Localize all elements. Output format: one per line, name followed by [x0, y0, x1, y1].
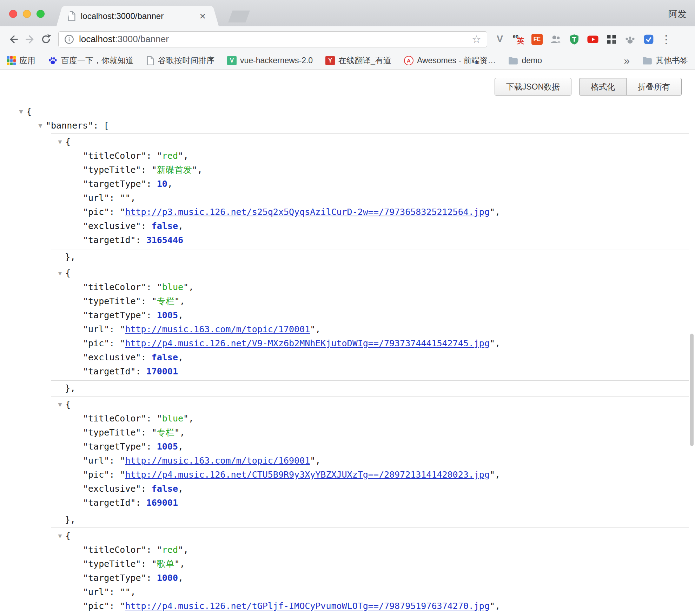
- json-punctuation: :: [109, 601, 120, 611]
- shield-t-extension-icon[interactable]: [568, 33, 581, 46]
- json-link[interactable]: http://p4.music.126.net/V9-MXz6b2MNhEKju…: [125, 338, 490, 348]
- json-line: "titleColor": "red",: [51, 543, 689, 557]
- bookmark-demo-folder[interactable]: demo: [508, 56, 542, 65]
- json-key: "targetType": [83, 573, 146, 583]
- json-boolean: false: [152, 484, 178, 494]
- json-line: ▼{: [51, 529, 689, 543]
- json-key: "banners": [46, 120, 93, 131]
- json-quote: ": [120, 470, 125, 480]
- apps-grid-icon: [7, 56, 16, 65]
- bookmark-star-icon[interactable]: ☆: [472, 34, 481, 45]
- bookmark-google-sort[interactable]: 谷歌按时间排序: [146, 55, 214, 66]
- collapse-triangle-icon[interactable]: ▼: [16, 105, 26, 119]
- collapse-triangle-icon[interactable]: ▼: [55, 529, 65, 543]
- json-punctuation: ,: [178, 441, 183, 452]
- address-bar[interactable]: localhost:3000/banner ☆: [58, 31, 487, 47]
- bookmarks-overflow-icon[interactable]: »: [624, 55, 630, 67]
- json-punctuation: :: [109, 338, 120, 348]
- json-punctuation: :: [141, 352, 152, 362]
- minimize-window-button[interactable]: [23, 10, 31, 18]
- close-window-button[interactable]: [9, 10, 17, 18]
- other-bookmarks[interactable]: 其他书签: [642, 55, 688, 66]
- bookmark-awesomes[interactable]: A Awesomes - 前端资…: [404, 55, 496, 66]
- extension-icons: V en 英 FE: [494, 33, 655, 46]
- json-key: "url": [83, 324, 109, 334]
- json-line: "pic": "http://p4.music.126.net/CTU5B9R9…: [51, 468, 689, 482]
- json-line: "pic": "http://p4.music.126.net/V9-MXz6b…: [51, 336, 689, 350]
- json-key: "typeTitle": [83, 559, 141, 569]
- json-link[interactable]: http://music.163.com/m/topic/170001: [125, 324, 310, 334]
- json-link[interactable]: http://p4.music.126.net/tGPljf-IMOCyPvum…: [125, 601, 490, 611]
- bookmark-label: vue-hackernews-2.0: [240, 56, 313, 65]
- json-key: "pic": [83, 601, 109, 611]
- json-punctuation: :: [109, 587, 120, 597]
- collapse-triangle-icon[interactable]: ▼: [55, 135, 65, 149]
- json-punctuation: {: [65, 268, 71, 278]
- json-line: "url": "",: [51, 585, 689, 599]
- json-punctuation: ,: [495, 470, 500, 480]
- scrollbar-thumb[interactable]: [690, 334, 694, 446]
- json-quote: ": [152, 559, 157, 569]
- json-punctuation: ,: [180, 559, 185, 569]
- json-quote: ": [120, 324, 125, 334]
- json-quote: ": [125, 193, 130, 203]
- browser-tab[interactable]: localhost:3000/banner ×: [64, 6, 211, 26]
- json-quote: ": [490, 601, 495, 611]
- translate-extension-icon[interactable]: en 英: [512, 33, 525, 46]
- json-punctuation: :: [136, 498, 146, 508]
- collapse-triangle-icon[interactable]: ▼: [55, 266, 65, 280]
- json-string: blue: [162, 282, 183, 292]
- json-punctuation: ,: [315, 456, 320, 466]
- security-check-extension-icon[interactable]: [642, 33, 655, 46]
- reload-button[interactable]: [38, 31, 54, 47]
- format-button[interactable]: 格式化: [579, 78, 627, 96]
- json-quote: ": [192, 165, 197, 175]
- qrcode-extension-icon[interactable]: [605, 33, 618, 46]
- paw-extension-icon[interactable]: [624, 33, 636, 46]
- vimium-extension-icon[interactable]: V: [494, 33, 506, 46]
- new-tab-button[interactable]: [228, 11, 250, 22]
- site-info-icon[interactable]: [64, 34, 74, 44]
- json-key: "targetType": [83, 310, 146, 320]
- json-string: 专栏: [157, 427, 174, 438]
- json-string: 专栏: [157, 296, 174, 306]
- bookmark-baidu[interactable]: 百度一下，你就知道: [48, 55, 134, 66]
- json-link[interactable]: http://p3.music.126.net/s25q2x5QyqsAzilC…: [125, 207, 490, 217]
- profile-name[interactable]: 阿发: [668, 8, 687, 20]
- browser-menu-icon[interactable]: ⋮: [661, 34, 671, 45]
- json-link[interactable]: http://music.163.com/m/topic/169001: [125, 456, 310, 466]
- json-string: red: [162, 545, 178, 555]
- json-quote: ": [152, 296, 157, 306]
- zoom-window-button[interactable]: [37, 10, 45, 18]
- json-link[interactable]: http://p4.music.126.net/CTU5B9R9y3XyYBZX…: [125, 470, 490, 480]
- json-quote: ": [183, 413, 188, 424]
- bookmark-apps[interactable]: 应用: [7, 55, 35, 66]
- collapse-all-button[interactable]: 折叠所有: [626, 78, 682, 96]
- download-json-button[interactable]: 下载JSON数据: [495, 78, 571, 96]
- json-punctuation: :: [146, 179, 157, 189]
- json-key: "titleColor": [83, 151, 146, 161]
- tab-close-icon[interactable]: ×: [197, 11, 208, 21]
- fe-extension-icon[interactable]: FE: [531, 33, 543, 46]
- bookmark-vue-hackernews[interactable]: V vue-hackernews-2.0: [227, 56, 313, 65]
- other-bookmarks-label: 其他书签: [656, 55, 688, 66]
- page-icon: [146, 56, 154, 65]
- json-punctuation: },: [65, 515, 75, 525]
- collapse-triangle-icon[interactable]: ▼: [35, 119, 46, 133]
- youtube-extension-icon[interactable]: [587, 33, 599, 46]
- json-quote: ": [157, 282, 162, 292]
- tab-strip: localhost:3000/banner × 阿发: [0, 0, 695, 26]
- json-quote: ": [490, 338, 495, 348]
- json-quote: ": [120, 456, 125, 466]
- back-button[interactable]: [6, 31, 22, 47]
- json-key: "exclusive": [83, 484, 141, 494]
- forward-button[interactable]: [22, 31, 38, 47]
- bookmark-label: 百度一下，你就知道: [61, 55, 134, 66]
- json-punctuation: :: [146, 545, 157, 555]
- json-quote: ": [120, 587, 125, 597]
- json-boolean: false: [152, 352, 178, 362]
- users-extension-icon[interactable]: [549, 33, 562, 46]
- collapse-triangle-icon[interactable]: ▼: [55, 398, 65, 412]
- json-quote: ": [125, 587, 130, 597]
- bookmark-youdao-translate[interactable]: Y 在线翻译_有道: [325, 55, 391, 66]
